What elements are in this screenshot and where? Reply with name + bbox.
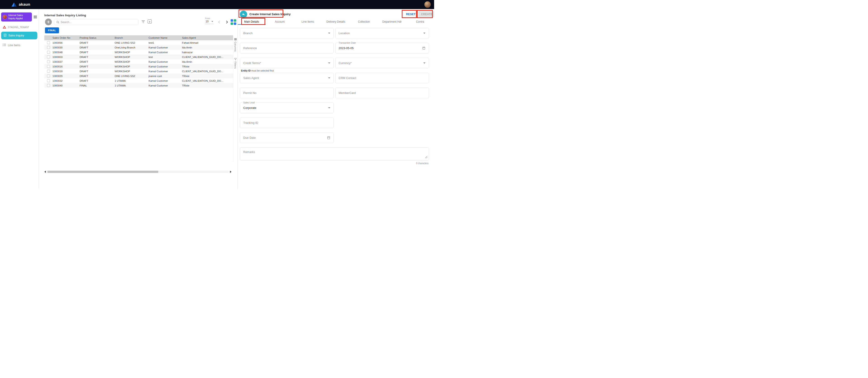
tracking-id-field[interactable]: Tracking ID: [240, 117, 334, 128]
back-button[interactable]: [240, 11, 247, 18]
row-checkbox-cell: [44, 70, 53, 72]
column-header-branch: Branch: [115, 36, 149, 39]
row-checkbox[interactable]: [47, 65, 50, 68]
permit-no-label: Permit No: [243, 91, 256, 95]
sidebar-item-line-items[interactable]: Line Items: [0, 42, 39, 48]
table-row[interactable]: 1000032DRAFT1 UTAMAKamal CustomerCLIENT_…: [44, 78, 233, 83]
sidebar-item-tenant[interactable]: STAGING_TENANT: [0, 24, 39, 30]
page-2-icon[interactable]: 2: [148, 20, 152, 24]
sales-inquiry-label: Sales Inquiry: [8, 34, 24, 37]
back-arrow-icon: [242, 12, 245, 16]
table-row[interactable]: 1000016DRAFTWORKSHOPKamal CustomerTRixie: [44, 64, 233, 69]
cell-sales-agent: CLIENT_VALIDATION_GUID_DO...: [182, 56, 233, 58]
cell-branch: ONE LIVING SS2: [115, 41, 149, 44]
pagination-next-button[interactable]: [224, 20, 228, 24]
row-checkbox[interactable]: [47, 70, 50, 72]
table-header-row: Sales Order NoPosting StatusBranchCustom…: [44, 35, 233, 40]
table-row[interactable]: 1000040FINAL1 UTAMAKamal CustomerTRixie: [44, 83, 233, 88]
filters-side-tab-label: Filters: [234, 62, 237, 68]
tab-contra[interactable]: Contra: [406, 19, 434, 25]
reset-button[interactable]: RESET: [403, 11, 418, 17]
sales-agent-field[interactable]: Sales Agent: [240, 72, 334, 83]
search-input[interactable]: [61, 21, 136, 24]
form-title: Create Internal Sales Inquiry: [249, 12, 290, 16]
chevron-left-icon: [218, 21, 221, 24]
remarks-label: Remarks: [243, 150, 255, 154]
reference-field[interactable]: Reference: [240, 43, 334, 53]
tab-account[interactable]: Account: [266, 19, 294, 25]
dropdown-caret-icon: [328, 107, 330, 109]
table-row[interactable]: 1000003DRAFTWORKSHOPtestCLIENT_VALIDATIO…: [44, 55, 233, 59]
tab-department-hdr[interactable]: Department Hdr: [378, 19, 406, 25]
row-checkbox[interactable]: [47, 41, 50, 44]
search-box[interactable]: [54, 19, 138, 25]
resize-handle-icon[interactable]: [425, 155, 428, 159]
table-row[interactable]: 1000056DRAFTONE LIVING SS2test1Fahad Ahm…: [44, 40, 233, 45]
scroll-left-icon[interactable]: [44, 171, 46, 173]
filter-list-icon[interactable]: [141, 20, 145, 24]
cell-customer-name: Kamal Customer: [149, 51, 182, 54]
cell-sales-agent: Ida Amin: [182, 60, 233, 63]
scrollbar-track[interactable]: [47, 171, 229, 173]
menu-icon[interactable]: [33, 14, 38, 20]
transaction-date-field[interactable]: Transaction Date2023-05-05: [335, 43, 429, 53]
transaction-date-value: 2023-05-05: [339, 47, 354, 50]
row-checkbox[interactable]: [47, 84, 50, 87]
tab-line-items[interactable]: Line Items: [294, 19, 322, 25]
cell-branch: OneLiving Branch: [115, 46, 149, 49]
branch-field[interactable]: Branch: [240, 28, 334, 38]
cell-branch: WORKSHOP: [115, 65, 149, 68]
grid-view-icon[interactable]: [230, 19, 237, 25]
cell-sales-order-no: 1000056: [53, 41, 80, 44]
due-date-field[interactable]: Due Date: [240, 133, 334, 143]
sales-lead-field[interactable]: Sales LeadCorporate: [240, 103, 334, 113]
sales-lead-value: Corporate: [243, 106, 256, 110]
create-button[interactable]: CREATE: [418, 11, 434, 17]
location-field[interactable]: Location: [335, 28, 429, 38]
user-avatar[interactable]: [424, 1, 431, 8]
tenant-icon: [3, 26, 6, 29]
sidebar-item-applet[interactable]: Internal Sales Inquiry Applet: [1, 12, 32, 22]
table-row[interactable]: 1000048DRAFTWORKSHOPKamal Customerhaknaz…: [44, 50, 233, 55]
filters-side-tab[interactable]: Filters: [234, 58, 237, 68]
tab-collection[interactable]: Collection: [350, 19, 378, 25]
cell-posting-status: DRAFT: [80, 75, 115, 78]
scroll-right-icon[interactable]: [230, 171, 231, 173]
applet-label: Internal Sales Inquiry Applet: [8, 14, 30, 20]
cell-sales-agent: CLIENT_VALIDATION_GUID_DO...: [182, 70, 233, 72]
cell-branch: 1 UTAMA: [115, 80, 149, 82]
cell-sales-agent: Fahad Ahmad: [182, 41, 233, 44]
table-row[interactable]: 1000029DRAFTONE LIVING SS2joanne custTRi…: [44, 74, 233, 78]
horizontal-scrollbar[interactable]: [44, 170, 231, 173]
row-checkbox-cell: [44, 41, 53, 44]
cell-posting-status: DRAFT: [80, 70, 115, 72]
table-row[interactable]: 1000037DRAFTWORKSHOPKamal CustomerIda Am…: [44, 59, 233, 64]
row-checkbox[interactable]: [47, 75, 50, 78]
tab-delivery-details[interactable]: Delivery Details: [322, 19, 350, 25]
add-button[interactable]: [45, 19, 52, 25]
columns-side-tab[interactable]: Columns: [234, 38, 237, 52]
row-checkbox[interactable]: [47, 55, 50, 58]
rows-per-page-select[interactable]: Rows 10: [205, 17, 214, 24]
row-checkbox[interactable]: [47, 79, 50, 82]
table-row[interactable]: 1000018DRAFTWORKSHOPKamal CustomerCLIENT…: [44, 69, 233, 74]
currency-field[interactable]: Currency*: [335, 58, 429, 68]
final-filter-button[interactable]: FINAL: [45, 27, 59, 33]
columns-side-tab-label: Columns: [234, 42, 237, 52]
row-checkbox[interactable]: [47, 46, 50, 49]
credit-terms-field[interactable]: Credit Terms*Entity ID must be selected …: [240, 58, 334, 68]
membercard-field[interactable]: MemberCard: [335, 88, 429, 98]
cell-customer-name: test1: [149, 41, 182, 44]
row-checkbox[interactable]: [47, 60, 50, 63]
brand-logo[interactable]: akaun: [11, 2, 30, 7]
remarks-field[interactable]: Remarks: [240, 147, 429, 161]
tab-main-details[interactable]: Main Details: [238, 19, 266, 25]
row-checkbox[interactable]: [47, 51, 50, 54]
columns-icon: [234, 38, 237, 40]
pagination-prev-button[interactable]: [218, 20, 222, 24]
crm-contact-field[interactable]: CRM Contact: [335, 72, 429, 83]
table-row[interactable]: 1000030DRAFTOneLiving BranchKamal Custom…: [44, 45, 233, 50]
sidebar-item-sales-inquiry[interactable]: Sales Inquiry: [1, 32, 37, 39]
scrollbar-thumb[interactable]: [48, 171, 158, 173]
permit-no-field[interactable]: Permit No: [240, 88, 334, 98]
